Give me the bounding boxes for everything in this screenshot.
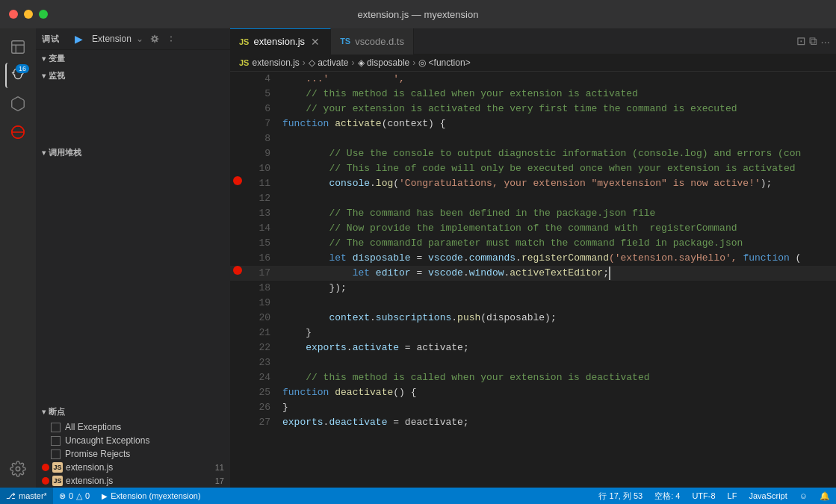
line-content-20: context.subscriptions.push(disposable); <box>282 311 836 326</box>
breakpoints-section: ▾ 断点 All Exceptions Uncaught Exceptions … <box>36 403 230 488</box>
callstack-arrow: ▾ <box>42 149 46 157</box>
watch-header[interactable]: ▾ 监视 <box>36 67 230 84</box>
line-content-10: // This line of code will only be execut… <box>282 161 836 176</box>
line-number-19: 19 <box>245 296 282 311</box>
code-line-9: 9 // Use the console to output diagnosti… <box>230 146 836 161</box>
breakpoint-count-1: 11 <box>215 463 224 472</box>
line-number-18: 18 <box>245 281 282 296</box>
code-line-26: 26} <box>230 400 836 415</box>
breadcrumb-js-icon: JS <box>239 58 249 67</box>
status-right: 行 17, 列 53 空格: 4 UTF-8 LF JavaScript ☺ 🔔 <box>592 488 836 504</box>
breadcrumb-sep-1: › <box>303 57 306 68</box>
close-button[interactable] <box>9 10 18 19</box>
tab-close-1[interactable]: ✕ <box>309 36 321 48</box>
breakpoint-file-2[interactable]: JS extension.js 17 <box>36 474 230 488</box>
breakpoint-dot-1 <box>42 464 49 471</box>
breadcrumb-file[interactable]: extension.js <box>252 57 299 68</box>
status-encoding[interactable]: UTF-8 <box>686 488 721 504</box>
line-number-6: 6 <box>245 102 282 116</box>
debug-label: 调试 <box>42 34 59 45</box>
breakpoint-all-exceptions[interactable]: All Exceptions <box>36 420 230 434</box>
split-editor-icon[interactable]: ⊡ <box>796 34 806 48</box>
code-line-18: 18 }); <box>230 281 836 296</box>
line-number-5: 5 <box>245 87 282 102</box>
tab-bar: JS extension.js ✕ TS vscode.d.ts ⊡ ⧉ ··· <box>230 28 836 55</box>
line-number-8: 8 <box>245 131 282 146</box>
error-icon: ⊗ <box>59 491 66 501</box>
tab-label-2: vscode.d.ts <box>355 36 404 47</box>
activity-icon-debug[interactable]: 16 <box>5 63 31 88</box>
text-cursor <box>609 267 610 280</box>
debug-more-icon[interactable] <box>166 34 176 44</box>
main-layout: 16 调试 ▶ Ext <box>0 28 836 488</box>
code-line-20: 20 context.subscriptions.push(disposable… <box>230 311 836 326</box>
status-eol[interactable]: LF <box>722 488 743 504</box>
line-content-5: // this method is called when your exten… <box>282 87 836 102</box>
breadcrumb-disposable[interactable]: ◈ disposable <box>358 57 410 68</box>
promise-rejects-label: Promise Rejects <box>65 449 130 459</box>
breadcrumb-activate[interactable]: ◇ activate <box>309 57 349 68</box>
line-content-13: // The command has been defined in the p… <box>282 206 836 221</box>
status-spaces[interactable]: 空格: 4 <box>648 488 686 504</box>
debug-settings-icon[interactable] <box>149 34 160 44</box>
branch-name: master* <box>19 491 47 500</box>
status-running[interactable]: ▶ Extension (myextension) <box>96 488 206 504</box>
activity-icon-explorer[interactable] <box>5 34 31 60</box>
more-actions-icon[interactable]: ··· <box>820 35 830 48</box>
bp-dot-17 <box>233 266 242 275</box>
running-label: Extension (myextension) <box>111 491 200 500</box>
status-position[interactable]: 行 17, 列 53 <box>592 488 648 504</box>
status-language[interactable]: JavaScript <box>743 488 793 504</box>
line-number-16: 16 <box>245 251 282 266</box>
debug-dropdown-icon[interactable]: ⌄ <box>136 34 143 44</box>
settings-icon[interactable] <box>5 456 31 482</box>
activity-icon-extensions[interactable] <box>5 91 31 116</box>
status-notifications[interactable]: 🔔 <box>814 488 836 504</box>
status-errors[interactable]: ⊗ 0 △ 0 <box>53 488 96 504</box>
breakpoint-uncaught-exceptions[interactable]: Uncaught Exceptions <box>36 434 230 447</box>
line-bp-11[interactable] <box>230 176 245 185</box>
promise-rejects-checkbox[interactable] <box>51 449 61 459</box>
status-feedback[interactable]: ☺ <box>793 488 814 504</box>
code-line-8: 8 <box>230 131 836 146</box>
all-exceptions-checkbox[interactable] <box>51 423 61 432</box>
line-content-26: } <box>282 400 836 415</box>
warning-icon: △ <box>76 491 82 501</box>
line-content-7: function activate(context) { <box>282 116 836 131</box>
breadcrumb-function[interactable]: ◎ <function> <box>418 57 470 68</box>
line-content-18: }); <box>282 281 836 296</box>
line-number-12: 12 <box>245 191 282 206</box>
tab-label-1: extension.js <box>253 36 305 47</box>
code-editor[interactable]: 4 ...' ',5 // this method is called when… <box>230 72 836 488</box>
tab-vscode-dts[interactable]: TS vscode.d.ts <box>331 28 414 55</box>
tab-extension-js[interactable]: JS extension.js ✕ <box>230 28 331 55</box>
breakpoint-promise-rejects[interactable]: Promise Rejects <box>36 447 230 461</box>
uncaught-exceptions-checkbox[interactable] <box>51 436 61 446</box>
breadcrumb: JS extension.js › ◇ activate › ◈ disposa… <box>230 55 836 72</box>
breakpoints-header[interactable]: ▾ 断点 <box>36 403 230 420</box>
maximize-button[interactable] <box>39 10 48 19</box>
activity-icon-remote[interactable] <box>5 119 31 145</box>
minimize-button[interactable] <box>24 10 33 19</box>
line-content-16: let disposable = vscode.commands.registe… <box>282 251 836 266</box>
layout-icon[interactable]: ⧉ <box>809 34 817 48</box>
status-git-branch[interactable]: ⎇ master* <box>0 488 53 504</box>
bell-icon: 🔔 <box>820 491 830 501</box>
line-content-21: } <box>282 326 836 340</box>
breakpoint-js-icon-1: JS <box>52 462 63 473</box>
code-line-14: 14 // Now provide the implementation of … <box>230 221 836 236</box>
code-line-17: 17 let editor = vscode.window.activeText… <box>230 266 836 281</box>
code-line-22: 22 exports.activate = activate; <box>230 340 836 355</box>
line-number-24: 24 <box>245 370 282 385</box>
variables-header[interactable]: ▾ 变量 <box>36 50 230 67</box>
line-content-11: console.log('Congratulations, your exten… <box>282 176 836 191</box>
title-bar: extension.js — myextension <box>0 0 836 28</box>
debug-play-button[interactable]: ▶ <box>71 31 86 46</box>
breakpoint-file-1[interactable]: JS extension.js 11 <box>36 461 230 474</box>
code-line-16: 16 let disposable = vscode.commands.regi… <box>230 251 836 266</box>
callstack-header[interactable]: ▾ 调用堆栈 <box>36 144 230 161</box>
line-bp-17[interactable] <box>230 266 245 275</box>
callstack-section: ▾ 调用堆栈 <box>36 144 230 403</box>
breakpoint-js-icon-2: JS <box>52 476 63 486</box>
status-bar: ⎇ master* ⊗ 0 △ 0 ▶ Extension (myextensi… <box>0 488 836 504</box>
